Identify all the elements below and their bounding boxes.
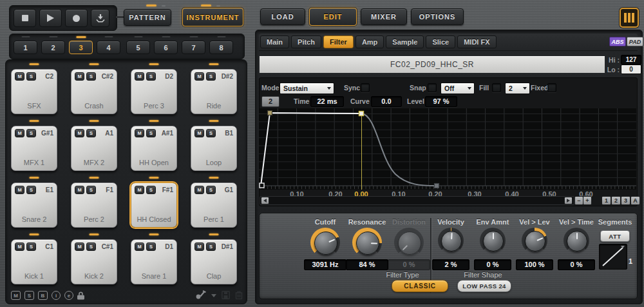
- pad-loop[interactable]: MSB1Loop: [191, 126, 237, 171]
- fixed-checkbox[interactable]: [547, 83, 556, 92]
- pad-mute-button[interactable]: M: [135, 72, 144, 81]
- stop-button[interactable]: [14, 9, 36, 27]
- pad-mute-button[interactable]: M: [194, 243, 204, 251]
- bank-button-1[interactable]: 1: [14, 41, 37, 54]
- pad-solo-button[interactable]: S: [206, 129, 216, 137]
- segments-count[interactable]: 1: [629, 257, 632, 265]
- tab-filter[interactable]: Filter: [323, 35, 354, 48]
- pad-mute-button[interactable]: M: [15, 243, 24, 251]
- pad-mute-button[interactable]: M: [194, 72, 204, 81]
- pad-solo-button[interactable]: S: [206, 186, 216, 194]
- pad-sfx[interactable]: MSC2SFX: [11, 69, 57, 114]
- pad-perc-1[interactable]: MSG1Perc 1: [191, 183, 237, 228]
- edit-mode-icon[interactable]: e: [64, 291, 73, 300]
- pad-solo-button[interactable]: S: [86, 72, 96, 81]
- pad-mfx-2[interactable]: MSA1MFX 2: [71, 126, 117, 171]
- pad-crash[interactable]: MSC#2Crash: [71, 69, 117, 114]
- pad-solo-button[interactable]: S: [206, 72, 216, 81]
- filter-shape-button[interactable]: LOW PASS 24: [457, 280, 511, 292]
- audition-icon[interactable]: [195, 290, 206, 302]
- pad-mute-button[interactable]: M: [15, 129, 24, 137]
- sync-checkbox[interactable]: [361, 83, 370, 92]
- view-preset-1[interactable]: 1: [601, 196, 611, 205]
- tab-main[interactable]: Main: [260, 35, 289, 48]
- bank-button-5[interactable]: 5: [126, 41, 150, 54]
- pad-mute-button[interactable]: M: [75, 243, 84, 251]
- pad-solo-button[interactable]: S: [86, 243, 96, 251]
- pad-solo-button[interactable]: S: [146, 186, 156, 194]
- fill-checkbox[interactable]: [492, 83, 501, 92]
- graph-scrollbar-track[interactable]: [260, 196, 574, 205]
- hi-range-value[interactable]: 127: [621, 55, 641, 64]
- tab-amp[interactable]: Amp: [355, 35, 384, 48]
- pad-solo-button[interactable]: S: [206, 243, 216, 251]
- level-value[interactable]: 97 %: [425, 96, 457, 107]
- pad-solo-button[interactable]: S: [26, 243, 36, 251]
- view-preset-2[interactable]: 2: [611, 196, 621, 205]
- pad-mute-button[interactable]: M: [75, 129, 84, 137]
- scroll-right-button[interactable]: [564, 197, 573, 204]
- instrument-tab-button[interactable]: INSTRUMENT: [182, 8, 243, 26]
- tab-midi-fx[interactable]: MIDI FX: [457, 35, 496, 48]
- abs-badge[interactable]: ABS: [609, 37, 626, 46]
- info-icon[interactable]: i: [52, 291, 61, 300]
- bank-button-7[interactable]: 7: [182, 41, 205, 54]
- pad-snare-2[interactable]: MSE1Snare 2: [11, 183, 57, 228]
- sample-name-display[interactable]: FC02_PD09_HHC_SR: [259, 55, 605, 74]
- pad-mute-button[interactable]: M: [15, 186, 24, 194]
- pad-mute-button[interactable]: M: [194, 186, 204, 194]
- pad-ride[interactable]: MSD#2Ride: [191, 69, 237, 114]
- pad-snare-1[interactable]: MSD1Snare 1: [131, 239, 177, 284]
- pad-hh-closed[interactable]: MSF#1HH Closed: [131, 183, 177, 228]
- audition-dropdown-caret[interactable]: [211, 294, 216, 297]
- time-value[interactable]: 22 ms: [310, 96, 344, 107]
- global-bank-icon[interactable]: B: [38, 291, 48, 300]
- bank-button-3[interactable]: 3: [69, 41, 93, 54]
- pad-mute-button[interactable]: M: [75, 186, 84, 194]
- knob-value[interactable]: 0 %: [388, 259, 430, 270]
- pad-solo-button[interactable]: S: [146, 72, 156, 81]
- pad-mute-button[interactable]: M: [15, 72, 24, 81]
- pad-perc-3[interactable]: MSD2Perc 3: [131, 69, 177, 114]
- load-button[interactable]: LOAD: [260, 8, 305, 25]
- delete-icon[interactable]: [235, 290, 243, 302]
- scroll-left-button[interactable]: [261, 197, 269, 204]
- pad-mute-button[interactable]: M: [194, 129, 204, 137]
- segments-att-button[interactable]: ATT: [600, 230, 630, 242]
- snap-checkbox[interactable]: [428, 83, 437, 92]
- pad-mute-button[interactable]: M: [135, 243, 144, 251]
- bank-button-4[interactable]: 4: [97, 41, 120, 54]
- view-preset-all[interactable]: A: [630, 196, 640, 205]
- pad-clap[interactable]: MSD#1Clap: [191, 239, 237, 284]
- mode-dropdown[interactable]: Sustain: [279, 83, 334, 94]
- pad-badge[interactable]: PAD: [627, 37, 643, 46]
- pad-solo-button[interactable]: S: [86, 186, 96, 194]
- pad-kick-2[interactable]: MSC#1Kick 2: [71, 239, 117, 284]
- bank-button-8[interactable]: 8: [209, 41, 233, 54]
- pad-kick-1[interactable]: MSC1Kick 1: [11, 239, 57, 284]
- global-mute-icon[interactable]: M: [11, 291, 21, 300]
- save-icon[interactable]: [222, 290, 230, 302]
- snap-dropdown[interactable]: Off: [440, 83, 475, 94]
- pad-solo-button[interactable]: S: [146, 129, 156, 137]
- edit-button[interactable]: EDIT: [309, 8, 357, 26]
- keyboard-view-button[interactable]: [620, 8, 639, 28]
- zoom-out-button[interactable]: −: [574, 196, 583, 205]
- segment-index[interactable]: 2: [261, 96, 279, 107]
- segment-curve-selector[interactable]: [599, 244, 627, 270]
- record-button[interactable]: [65, 9, 88, 27]
- knob-value[interactable]: 2 %: [432, 259, 469, 270]
- bank-button-2[interactable]: 2: [41, 41, 65, 54]
- lock-icon[interactable]: [77, 292, 84, 300]
- pad-mute-button[interactable]: M: [135, 186, 144, 194]
- global-solo-icon[interactable]: S: [24, 291, 34, 300]
- lo-range-value[interactable]: 0: [621, 64, 641, 74]
- pad-solo-button[interactable]: S: [26, 129, 36, 137]
- bank-button-6[interactable]: 6: [154, 41, 178, 54]
- zoom-in-button[interactable]: +: [583, 196, 592, 205]
- fill-dropdown[interactable]: 2: [505, 83, 530, 94]
- pattern-tab-button[interactable]: PATTERN: [124, 9, 171, 26]
- pad-solo-button[interactable]: S: [26, 72, 36, 81]
- filter-type-button[interactable]: CLASSIC: [392, 280, 448, 292]
- export-button[interactable]: [91, 9, 109, 27]
